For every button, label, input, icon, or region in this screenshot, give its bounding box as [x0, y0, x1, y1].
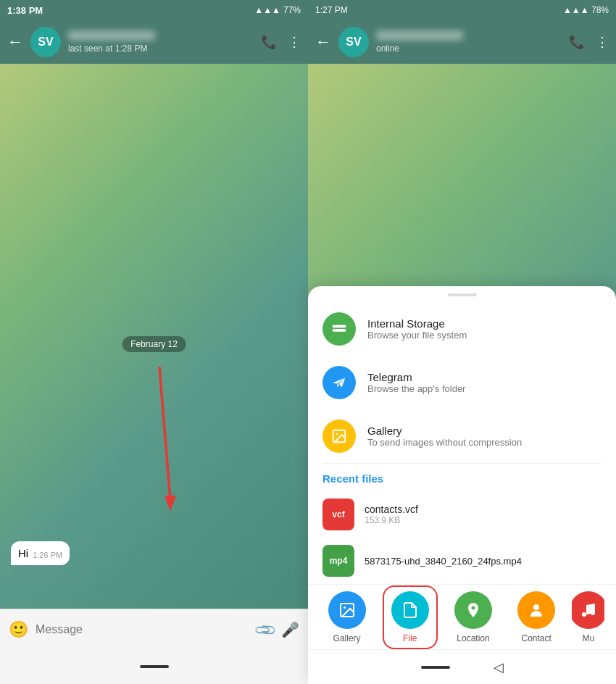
- telegram-item[interactable]: Telegram Browse the app's folder: [308, 356, 616, 409]
- header-icons-left: 📞 ⋮: [261, 34, 301, 50]
- date-badge: February 12: [122, 336, 186, 352]
- file-item-vcf[interactable]: vcf contacts.vcf 153.9 KB: [308, 491, 616, 538]
- message-bubble: Hi 1:26 PM: [11, 541, 70, 565]
- location-quick-icon: [454, 591, 492, 629]
- quick-actions-bar: Gallery File Location: [308, 584, 616, 649]
- contact-status-right: online: [376, 43, 562, 54]
- header-right: ← SV online 📞 ⋮: [308, 20, 616, 64]
- location-label: Location: [457, 633, 489, 643]
- internal-storage-item[interactable]: Internal Storage Browse your file system: [308, 302, 616, 356]
- telegram-subtitle: Browse the app's folder: [367, 383, 602, 394]
- music-label: Mu: [583, 633, 595, 643]
- header-icons-right: 📞 ⋮: [569, 34, 609, 50]
- quick-action-music[interactable]: Mu: [572, 585, 604, 649]
- recent-label: Recent files: [322, 472, 383, 485]
- svg-point-9: [344, 606, 346, 609]
- file-label: File: [403, 633, 417, 643]
- telegram-title: Telegram: [367, 371, 602, 383]
- avatar-left[interactable]: SV: [30, 27, 61, 57]
- file-quick-icon: [391, 591, 429, 629]
- contact-status-left: last seen at 1:28 PM: [68, 43, 254, 54]
- right-panel: 1:27 PM ▲▲▲ 78% ← SV online 📞 ⋮: [308, 0, 616, 684]
- status-icons-left: ▲▲▲ 77%: [254, 5, 301, 15]
- avatar-right[interactable]: SV: [338, 27, 369, 57]
- back-button-left[interactable]: ←: [7, 33, 23, 51]
- message-text: Hi: [18, 547, 28, 559]
- svg-point-10: [533, 604, 539, 610]
- vcf-filesize: 153.9 KB: [365, 515, 418, 525]
- status-bar-left: 1:38 PM ▲▲▲ 77%: [0, 0, 308, 20]
- svg-point-11: [582, 612, 586, 617]
- contact-label: Contact: [521, 633, 551, 643]
- header-left: ← SV last seen at 1:28 PM 📞 ⋮: [0, 20, 308, 64]
- contact-info-right: online: [376, 30, 562, 54]
- signal-icon-left: ▲▲▲: [254, 5, 280, 15]
- back-nav-right[interactable]: ◁: [494, 659, 504, 675]
- mp4-filename: 5873175-uhd_3840_2160_24fps.mp4: [365, 556, 522, 567]
- vcf-icon: vcf: [322, 499, 354, 530]
- contact-quick-icon: [517, 591, 555, 629]
- home-nav-left[interactable]: [140, 665, 169, 668]
- battery-icon-left: 77%: [283, 5, 301, 15]
- attach-button[interactable]: 📎: [252, 617, 278, 642]
- contact-name-left: [68, 30, 155, 41]
- status-bar-right: 1:27 PM ▲▲▲ 78%: [308, 0, 616, 20]
- message-input[interactable]: [36, 623, 249, 636]
- red-arrow: [145, 367, 188, 529]
- vcf-filename: contacts.vcf: [365, 504, 418, 515]
- phone-icon-left[interactable]: 📞: [261, 34, 277, 50]
- telegram-icon: [322, 366, 356, 399]
- bottom-sheet: Internal Storage Browse your file system…: [308, 286, 616, 684]
- quick-action-file[interactable]: File: [383, 585, 438, 649]
- file-item-mp4[interactable]: mp4 5873175-uhd_3840_2160_24fps.mp4: [308, 538, 616, 584]
- left-panel: 1:38 PM ▲▲▲ 77% ← SV last seen at 1:28 P…: [0, 0, 308, 684]
- quick-action-contact[interactable]: Contact: [509, 585, 564, 649]
- chat-background-left: February 12 Hi 1:26 PM: [0, 64, 308, 609]
- quick-action-location[interactable]: Location: [446, 585, 501, 649]
- internal-storage-title: Internal Storage: [367, 317, 602, 330]
- nav-bar-right: ◁: [308, 649, 616, 684]
- file-info-mp4: 5873175-uhd_3840_2160_24fps.mp4: [365, 556, 522, 567]
- contact-info-left: last seen at 1:28 PM: [68, 30, 254, 54]
- battery-icon-right: 78%: [591, 5, 609, 15]
- internal-storage-icon: [322, 312, 356, 346]
- svg-point-12: [591, 611, 595, 615]
- more-icon-right[interactable]: ⋮: [596, 34, 609, 50]
- home-nav-right[interactable]: [421, 666, 450, 669]
- nav-bar-left: [0, 649, 308, 684]
- contact-name-right: [376, 30, 463, 41]
- recent-section: Recent files: [308, 464, 616, 491]
- svg-point-5: [343, 330, 344, 331]
- svg-point-7: [336, 433, 338, 435]
- mic-button[interactable]: 🎤: [281, 621, 299, 638]
- gallery-title: Gallery: [367, 425, 602, 437]
- internal-storage-text: Internal Storage Browse your file system: [367, 317, 602, 341]
- more-icon-left[interactable]: ⋮: [288, 34, 301, 50]
- mp4-icon: mp4: [322, 545, 354, 577]
- phone-icon-right[interactable]: 📞: [569, 34, 585, 50]
- telegram-text: Telegram Browse the app's folder: [367, 371, 602, 394]
- gallery-subtitle: To send images without compression: [367, 437, 602, 448]
- time-right: 1:27 PM: [315, 5, 348, 15]
- signal-icon-right: ▲▲▲: [563, 5, 589, 15]
- time-left: 1:38 PM: [7, 5, 43, 16]
- gallery-text: Gallery To send images without compressi…: [367, 425, 602, 448]
- internal-storage-subtitle: Browse your file system: [367, 330, 602, 341]
- emoji-button[interactable]: 🙂: [9, 620, 28, 639]
- svg-marker-1: [165, 496, 176, 512]
- status-icons-right: ▲▲▲ 78%: [563, 5, 609, 15]
- gallery-label: Gallery: [333, 633, 361, 643]
- quick-action-gallery[interactable]: Gallery: [320, 585, 375, 649]
- gallery-icon-sheet: [322, 420, 356, 453]
- gallery-quick-icon: [328, 591, 366, 629]
- message-input-bar: 🙂 📎 🎤: [0, 609, 308, 649]
- svg-line-0: [159, 367, 170, 501]
- gallery-item[interactable]: Gallery To send images without compressi…: [308, 409, 616, 463]
- file-info-vcf: contacts.vcf 153.9 KB: [365, 504, 418, 525]
- message-time: 1:26 PM: [33, 551, 62, 559]
- back-button-right[interactable]: ←: [315, 33, 331, 51]
- svg-point-4: [343, 325, 344, 327]
- sheet-handle: [448, 293, 477, 296]
- music-quick-icon: [572, 591, 604, 629]
